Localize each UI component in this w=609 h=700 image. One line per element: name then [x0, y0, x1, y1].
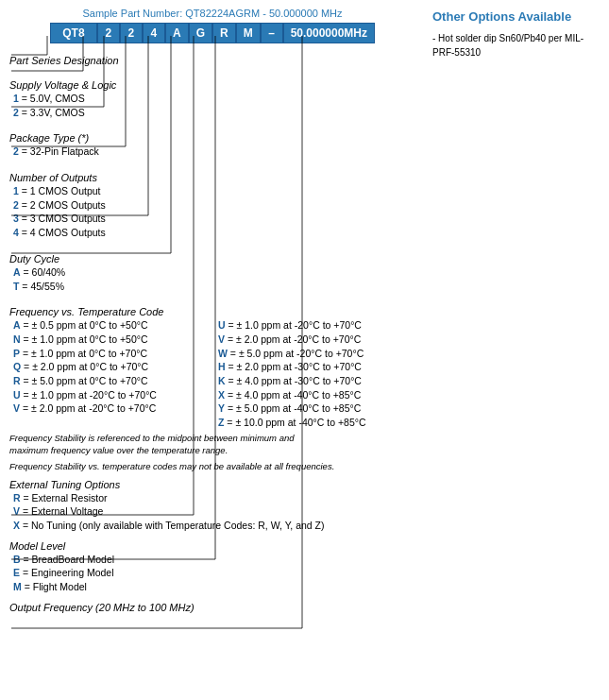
model-level-section: Model Level B = BreadBoard Model E = Eng…: [9, 540, 415, 594]
output-freq-title: Output Frequency (20 MHz to 100 MHz): [9, 602, 415, 613]
package-type-title: Package Type (*): [9, 132, 415, 144]
package-item-1: 2 = 32-Pin Flatpack: [13, 145, 415, 159]
output-freq-section: Output Frequency (20 MHz to 100 MHz): [9, 602, 415, 613]
ext-tuning-title: External Tuning Options: [9, 479, 415, 490]
sample-title: Sample Part Number: QT82224AGRM - 50.000…: [9, 8, 415, 19]
pn-box-dash: –: [261, 23, 283, 43]
freq-temp-cols: A = ± 0.5 ppm at 0°C to +50°C N = ± 1.0 …: [9, 318, 415, 430]
freq-temp-note1: Frequency Stability is referenced to the…: [9, 432, 415, 457]
output-item-1: 1 = 1 CMOS Output: [13, 184, 415, 198]
supply-item-2: 2 = 3.3V, CMOS: [13, 106, 415, 120]
model-level-title: Model Level: [9, 540, 415, 552]
freq-temp-note2: Frequency Stability vs. temperature code…: [9, 460, 415, 472]
duty-item-t: T = 45/55%: [13, 280, 415, 294]
other-options-item-1: - Hot solder dip Sn60/Pb40 per MIL-PRF-5…: [432, 31, 601, 60]
part-number-row: QT8 2 2 4 A G R M – 50.000000MHz: [9, 23, 415, 43]
output-item-4: 4 = 4 CMOS Outputs: [13, 226, 415, 240]
supply-voltage-section: Supply Voltage & Logic 1 = 5.0V, CMOS 2 …: [9, 79, 415, 119]
pn-box-m: M: [236, 23, 261, 43]
pn-box-r: R: [212, 23, 236, 43]
pn-box-qt8: QT8: [50, 23, 97, 43]
freq-temp-section: Frequency vs. Temperature Code A = ± 0.5…: [9, 306, 415, 472]
pn-box-a: A: [165, 23, 189, 43]
freq-temp-right: U = ± 1.0 ppm at -20°C to +70°C V = ± 2.…: [214, 318, 415, 430]
package-type-section: Package Type (*) 2 = 32-Pin Flatpack: [9, 132, 415, 159]
part-series-title: Part Series Designation: [9, 55, 415, 66]
freq-temp-title: Frequency vs. Temperature Code: [9, 306, 415, 317]
output-item-3: 3 = 3 CMOS Outputs: [13, 212, 415, 226]
supply-item-1: 1 = 5.0V, CMOS: [13, 92, 415, 106]
pn-box-4: 4: [143, 23, 165, 43]
duty-cycle-title: Duty Cycle: [9, 253, 415, 265]
pn-box-freq: 50.000000MHz: [283, 23, 375, 43]
left-panel: Sample Part Number: QT82224AGRM - 50.000…: [0, 0, 425, 626]
right-panel: Other Options Available - Hot solder dip…: [425, 0, 609, 626]
num-outputs-title: Number of Outputs: [9, 172, 415, 183]
other-options-title: Other Options Available: [432, 9, 601, 26]
freq-temp-left: A = ± 0.5 ppm at 0°C to +50°C N = ± 1.0 …: [9, 318, 211, 430]
duty-item-a: A = 60/40%: [13, 265, 415, 280]
duty-cycle-section: Duty Cycle A = 60/40% T = 45/55%: [9, 253, 415, 293]
pn-box-2a: 2: [97, 23, 120, 43]
output-item-2: 2 = 2 CMOS Outputs: [13, 198, 415, 213]
num-outputs-section: Number of Outputs 1 = 1 CMOS Output 2 = …: [9, 172, 415, 240]
supply-voltage-title: Supply Voltage & Logic: [9, 79, 415, 91]
part-series-section: Part Series Designation: [9, 55, 415, 66]
ext-tuning-section: External Tuning Options R = External Res…: [9, 479, 415, 533]
pn-box-2b: 2: [120, 23, 143, 43]
pn-box-g: G: [189, 23, 212, 43]
